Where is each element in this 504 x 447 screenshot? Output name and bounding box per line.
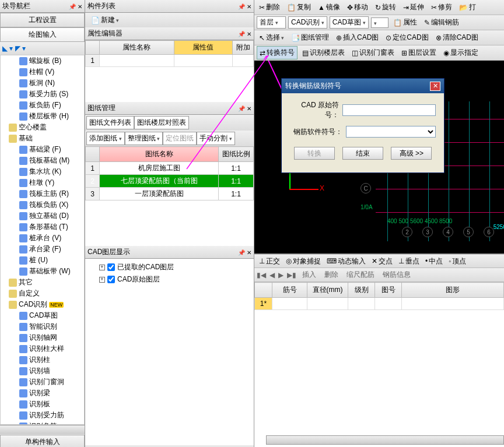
nav-next-icon[interactable]: ▶ bbox=[278, 271, 284, 279]
tab-floor-map[interactable]: 图纸楼层对照表 bbox=[134, 116, 189, 129]
tree-item[interactable]: 条形基础 (T) bbox=[1, 221, 84, 233]
tree-item[interactable]: 筏板负筋 (X) bbox=[1, 199, 84, 210]
pin-icon[interactable] bbox=[238, 2, 245, 10]
tree-tb-ic1[interactable]: ◣ ▾ bbox=[2, 44, 13, 52]
layer-cb[interactable] bbox=[107, 263, 115, 271]
prop-cell-name[interactable] bbox=[100, 55, 174, 67]
nav-hscroll[interactable] bbox=[0, 425, 85, 434]
btn-copy[interactable]: 📋 复制 bbox=[285, 1, 313, 13]
close-icon[interactable] bbox=[247, 30, 251, 38]
new-button[interactable]: 📄 新建 bbox=[89, 14, 121, 26]
tree-item[interactable]: 空心楼盖 bbox=[1, 122, 84, 133]
btn-mid[interactable]: • 中点 bbox=[423, 255, 445, 268]
tab-engineering[interactable]: 工程设置 bbox=[0, 13, 85, 27]
tree-item[interactable]: 筏板基础 (M) bbox=[1, 155, 84, 166]
prop-col-name[interactable]: 属性名称 bbox=[100, 41, 174, 55]
tree-item[interactable]: 识别板 bbox=[1, 399, 84, 410]
tree-item[interactable]: CAD草图 bbox=[1, 310, 84, 321]
close-icon[interactable] bbox=[247, 248, 251, 256]
rb-cell[interactable] bbox=[402, 298, 504, 310]
btn-dlg-end[interactable]: 结束 bbox=[342, 147, 383, 160]
rb-cell[interactable] bbox=[307, 298, 348, 310]
nav-prev-icon[interactable]: ◀ bbox=[270, 271, 275, 279]
btn-props[interactable]: 📋 属性 bbox=[391, 16, 419, 29]
rb-col-pic[interactable]: 图号 bbox=[375, 283, 402, 298]
inp-cad-symbol[interactable] bbox=[342, 104, 436, 116]
btn-locate-cad[interactable]: ⊙ 定位CAD图 bbox=[383, 31, 430, 44]
tree-item[interactable]: 基础 bbox=[1, 133, 84, 144]
tree-item[interactable]: 桩 (U) bbox=[1, 255, 84, 266]
tree-item[interactable]: 柱帽 (V) bbox=[1, 66, 84, 78]
dialog-close-button[interactable]: ✕ bbox=[430, 82, 440, 91]
btn-peak[interactable]: ◦ 顶点 bbox=[446, 255, 468, 268]
rb-col-grade[interactable]: 级别 bbox=[348, 283, 375, 298]
btn-ortho[interactable]: ⊥ 正交 bbox=[257, 255, 282, 268]
nav-last-icon[interactable]: ▶▮ bbox=[287, 271, 296, 279]
rb-cell[interactable] bbox=[348, 298, 375, 310]
btn-rb-scale[interactable]: 缩尺配筋 bbox=[344, 269, 377, 281]
layer-extracted[interactable]: +已提取的CAD图层 bbox=[90, 261, 249, 273]
btn-rb-insert[interactable]: 插入 bbox=[300, 269, 318, 281]
btn-convert-symbol[interactable]: ⇄ 转换符号 bbox=[257, 46, 298, 59]
table-row[interactable]: 3一层顶梁配筋图1:1 bbox=[86, 188, 254, 200]
btn-select[interactable]: ↖ 选择 bbox=[257, 31, 286, 44]
prop-cell-value[interactable] bbox=[174, 55, 232, 67]
nav-tree[interactable]: 螺旋板 (B)柱帽 (V)板洞 (N)板受力筋 (S)板负筋 (F)楼层板带 (… bbox=[0, 55, 85, 425]
btn-edit-rebar[interactable]: ✎ 编辑钢筋 bbox=[422, 16, 461, 29]
sel-cad-draft[interactable]: CAD草图 bbox=[330, 16, 369, 29]
tree-item[interactable]: 独立基础 (D) bbox=[1, 210, 84, 221]
btn-dlg-convert[interactable]: 转换 bbox=[294, 147, 335, 160]
tree-item[interactable]: 板负筋 (F) bbox=[1, 100, 84, 111]
tree-item[interactable]: 其它 bbox=[1, 277, 84, 288]
table-row[interactable]: 2七层顶梁配筋图（当前图1:1 bbox=[86, 175, 254, 188]
tree-item[interactable]: 识别负筋 bbox=[1, 421, 84, 425]
tree-tb-ic2[interactable]: ◤ ▾ bbox=[15, 44, 26, 52]
btn-show-spec[interactable]: ◉ 显示指定 bbox=[441, 47, 481, 59]
pin-icon[interactable] bbox=[238, 104, 245, 112]
draw-col-scale[interactable]: 图纸比例 bbox=[219, 147, 254, 162]
btn-dyn[interactable]: ⌨ 动态输入 bbox=[324, 255, 368, 268]
tree-item[interactable]: 筏板主筋 (R) bbox=[1, 188, 84, 199]
btn-trim[interactable]: ✂ 修剪 bbox=[429, 1, 454, 13]
btn-locate[interactable]: 定位图纸 bbox=[163, 132, 197, 145]
table-row[interactable]: 1机房层施工图1:1 bbox=[86, 162, 254, 175]
rb-cell[interactable] bbox=[272, 298, 307, 310]
tree-item[interactable]: 识别门窗洞 bbox=[1, 376, 84, 388]
tree-item[interactable]: CAD识别NEW bbox=[1, 299, 84, 310]
btn-dlg-adv[interactable]: 高级 >> bbox=[391, 147, 432, 160]
tree-item[interactable]: 识别轴网 bbox=[1, 332, 84, 343]
prop-col-value[interactable]: 属性值 bbox=[174, 41, 232, 55]
btn-rb-delete[interactable]: 删除 bbox=[322, 269, 341, 281]
pin-icon[interactable] bbox=[69, 2, 76, 10]
btn-clear-cad[interactable]: ⊗ 清除CAD图 bbox=[433, 31, 481, 44]
btn-move[interactable]: ✥ 移动 bbox=[345, 1, 370, 13]
tree-item[interactable]: 承台梁 (F) bbox=[1, 244, 84, 255]
btn-rec-door[interactable]: ◫ 识别门窗表 bbox=[349, 47, 397, 59]
layer-cb[interactable] bbox=[107, 276, 115, 283]
tab-single-input[interactable]: 单构件输入 bbox=[0, 435, 85, 447]
btn-manual-split[interactable]: 手动分割 bbox=[197, 132, 235, 145]
btn-add-drawing[interactable]: 添加图纸 bbox=[86, 132, 125, 145]
tree-item[interactable]: 自定义 bbox=[1, 288, 84, 299]
btn-insert-cad[interactable]: ⊕ 插入CAD图 bbox=[334, 31, 381, 44]
close-icon[interactable] bbox=[247, 104, 251, 112]
btn-vert[interactable]: ⊥ 垂点 bbox=[396, 255, 422, 268]
close-icon[interactable] bbox=[78, 2, 82, 10]
btn-snap[interactable]: ◎ 对象捕捉 bbox=[284, 255, 323, 268]
btn-extend[interactable]: ⇥ 延伸 bbox=[401, 1, 426, 13]
tree-item[interactable]: 集水坑 (K) bbox=[1, 166, 84, 177]
plus-icon[interactable]: + bbox=[99, 277, 105, 283]
btn-rotate[interactable]: ↻ 旋转 bbox=[373, 1, 398, 13]
tree-item[interactable]: 识别受力筋 bbox=[1, 410, 84, 421]
btn-cross[interactable]: ✕ 交点 bbox=[369, 255, 395, 268]
sel-floor[interactable]: 首层 bbox=[257, 16, 286, 29]
sel-empty[interactable] bbox=[371, 17, 388, 28]
tree-item[interactable]: 板洞 (N) bbox=[1, 78, 84, 89]
rb-cell[interactable] bbox=[375, 298, 402, 310]
tree-item[interactable]: 智能识别 bbox=[1, 321, 84, 332]
tree-item[interactable]: 螺旋板 (B) bbox=[1, 55, 84, 66]
tree-item[interactable]: 识别柱大样 bbox=[1, 343, 84, 354]
bottom-hscroll[interactable] bbox=[266, 435, 504, 445]
tree-item[interactable]: 识别柱 bbox=[1, 354, 84, 365]
sel-cad-rec[interactable]: CAD识别 bbox=[288, 16, 327, 29]
